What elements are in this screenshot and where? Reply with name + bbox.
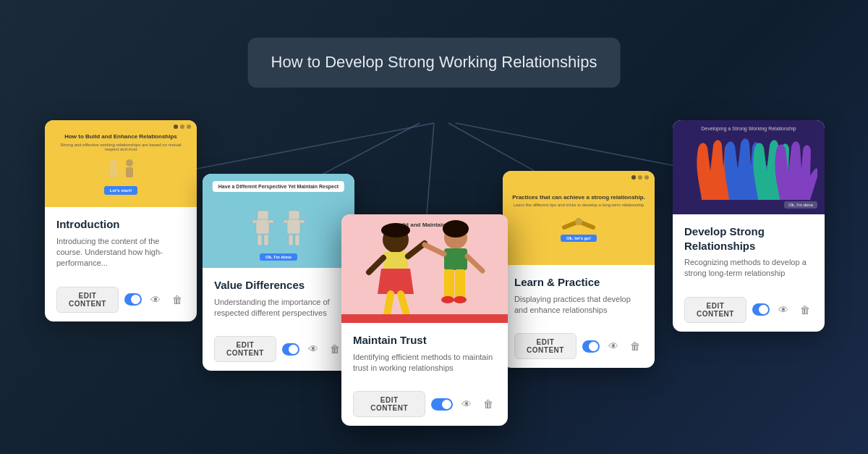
svg-rect-17 [289,211,299,219]
visibility-toggle[interactable] [582,340,600,353]
card-value-thumbnail: Have a Different Perspective Yet Maintai… [203,174,354,268]
svg-point-42 [454,296,467,303]
card-intro-thumbnail: How to Build and Enhance Relationships S… [45,120,197,207]
card-develop-body: Develop Strong Relationships Recognizing… [673,214,825,297]
card-learn-footer: EDIT CONTENT 👁 🗑 [503,333,655,368]
thumbnail-done-btn[interactable]: Ok, let's go! [561,235,597,242]
svg-line-40 [467,256,482,271]
card-trust-desc: Identifying efficient methods to maintai… [353,352,496,374]
robot-illustration [250,209,307,249]
thumbnail-title: Have a Different Perspective Yet Maintai… [213,181,344,192]
thumbnail-start-btn[interactable]: Let's start! [104,186,137,195]
svg-rect-43 [341,314,508,323]
card-trust-title: Maintain Trust [353,333,496,348]
card-develop-thumbnail: Developing a Strong Working Relationship… [673,120,825,214]
visibility-toggle[interactable] [124,293,142,306]
svg-rect-20 [299,220,305,223]
svg-point-35 [443,220,469,237]
nav-dot-3 [187,125,191,129]
nav-dot-1 [631,175,636,180]
card-develop-desc: Recognizing methods to develop a strong … [684,257,813,279]
thumbnail-nav [631,175,649,180]
svg-rect-37 [444,269,454,298]
card-learn-body: Learn & Practice Displaying practices th… [503,265,655,333]
course-title-box: How to Develop Strong Working Relationsh… [248,38,621,88]
delete-icon-button[interactable]: 🗑 [797,303,813,317]
card-introduction: How to Build and Enhance Relationships S… [45,120,197,321]
svg-rect-21 [289,235,293,245]
intro-illustration [99,157,142,186]
card-intro-title: Introduction [56,217,185,232]
card-value-title: Value Differences [214,278,343,293]
card-learn-desc: Displaying practices that develop and en… [514,294,643,316]
course-title: How to Develop Strong Working Relationsh… [271,52,597,73]
card-develop-relationships: Developing a Strong Working Relationship… [673,120,825,332]
card-value-body: Value Differences Understanding the impo… [203,268,354,336]
thumbnail-title: Practices that can achieve a strong rela… [512,194,645,201]
card-trust-body: Maintain Trust Identifying efficient met… [341,323,508,391]
edit-content-button[interactable]: EDIT CONTENT [353,391,425,417]
card-trust-thumbnail: Build and Maintain T... [341,214,508,323]
thumbnail-subtitle: Strong and effective working relationshi… [54,143,188,151]
svg-rect-15 [258,235,262,245]
svg-line-7 [105,169,108,175]
svg-point-41 [441,296,454,303]
card-value-differences: Have a Different Perspective Yet Maintai… [203,174,354,371]
visibility-toggle[interactable] [752,303,770,316]
thumbnail-title: How to Build and Enhance Relationships [64,133,177,140]
nav-dot-2 [180,125,184,129]
svg-point-9 [126,159,133,167]
svg-rect-22 [295,235,299,245]
edit-content-button[interactable]: EDIT CONTENT [684,297,746,323]
delete-icon-button[interactable]: 🗑 [480,397,496,411]
card-intro-body: Introduction Introducing the content of … [45,207,197,287]
delete-icon-button[interactable]: 🗑 [627,339,643,353]
edit-content-button[interactable]: EDIT CONTENT [214,336,276,362]
trust-illustration [341,214,508,323]
eye-icon-button[interactable]: 👁 [148,293,163,307]
robot-right [281,209,307,249]
nav-dot-2 [638,175,642,180]
card-develop-title: Develop Strong Relationships [684,224,813,253]
thumbnail-done-label[interactable]: Ok, I'm done [784,201,817,209]
delete-icon-button[interactable]: 🗑 [169,293,185,307]
svg-marker-26 [378,269,414,294]
learn-illustration [561,213,597,235]
svg-line-39 [425,245,444,254]
thumbnail-done-btn[interactable]: Ok, I'm done [260,253,297,261]
thumbnail-title: Developing a Strong Working Relationship [701,126,796,131]
eye-icon-button[interactable]: 👁 [459,397,475,411]
card-value-footer: EDIT CONTENT 👁 🗑 [203,336,354,371]
card-maintain-trust: Build and Maintain T... [341,214,508,426]
svg-rect-36 [444,248,467,270]
card-learn-practice: Practices that can achieve a strong rela… [503,171,655,368]
svg-point-46 [575,218,582,225]
robot-left [250,209,276,249]
nav-dot-1 [174,125,178,129]
nav-dot-3 [644,175,649,180]
visibility-toggle[interactable] [282,343,299,356]
svg-rect-13 [256,219,269,234]
card-develop-footer: EDIT CONTENT 👁 🗑 [673,297,825,332]
eye-icon-button[interactable]: 👁 [605,339,621,353]
svg-line-29 [408,243,425,256]
thumbnail-subtitle: Learn the different tips and tricks to d… [514,203,644,207]
thumbnail-nav [174,125,191,129]
eye-icon-button[interactable]: 👁 [305,342,321,356]
svg-rect-16 [264,235,268,245]
svg-rect-6 [110,167,117,177]
edit-content-button[interactable]: EDIT CONTENT [56,287,119,313]
card-learn-title: Learn & Practice [514,275,643,290]
edit-content-button[interactable]: EDIT CONTENT [514,333,576,359]
eye-icon-button[interactable]: 👁 [775,303,791,317]
delete-icon-button[interactable]: 🗑 [327,342,343,356]
card-intro-desc: Introducing the content of the course. U… [56,236,185,269]
svg-rect-14 [268,220,273,223]
card-learn-thumbnail: Practices that can achieve a strong rela… [503,171,655,265]
card-value-desc: Understanding the importance of respecte… [214,297,343,319]
svg-rect-11 [258,211,268,219]
svg-line-2 [427,123,434,214]
visibility-toggle[interactable] [431,398,453,411]
card-trust-footer: EDIT CONTENT 👁 🗑 [341,391,508,426]
svg-rect-38 [455,269,465,298]
